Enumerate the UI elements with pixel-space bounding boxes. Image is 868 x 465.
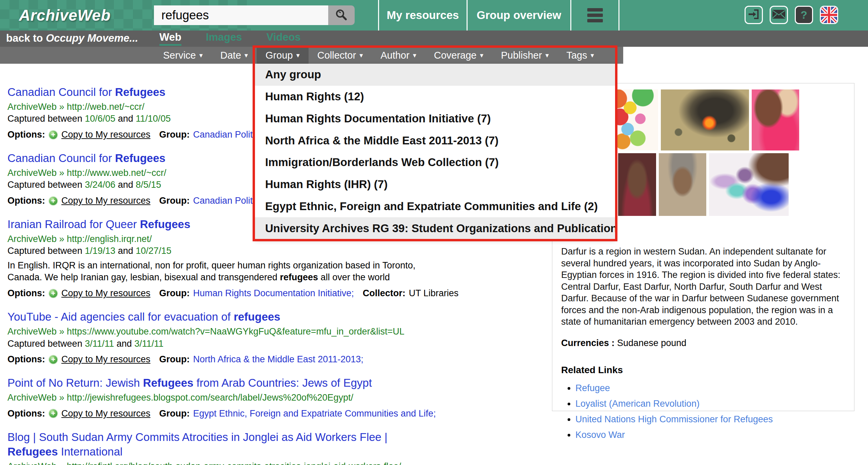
result-title-link[interactable]: YouTube - Aid agencies call for evacuati…	[7, 309, 430, 324]
captured-from-date: 10/6/05	[85, 114, 115, 124]
filter-bar: Service▾Date▾Group▾Collector▾Author▾Cove…	[0, 47, 623, 64]
my-resources-button[interactable]: My resources	[378, 0, 467, 31]
collector-label: Collector:	[363, 288, 406, 299]
search-input[interactable]	[154, 5, 328, 25]
logout-icon	[747, 8, 760, 22]
result-options-line: Options:+Copy to My resourcesGroup:Egypt…	[7, 408, 431, 419]
filter-coverage[interactable]: Coverage▾	[425, 47, 492, 64]
options-label: Options:	[7, 129, 45, 140]
result-source-line: ArchiveWeb » http://jewishrefugees.blogs…	[7, 392, 431, 404]
woman-portrait-image[interactable]	[618, 153, 656, 216]
filter-label: Service	[163, 50, 196, 61]
options-label: Options:	[7, 408, 45, 419]
copy-to-resources-link[interactable]: Copy to My resources	[61, 354, 151, 365]
title-text: Iranian Railroad for Queer	[7, 218, 140, 230]
captured-from-date: 1/19/13	[85, 246, 115, 256]
result-url-link[interactable]: http://english.irqr.net/	[67, 234, 152, 244]
group-dropdown-item[interactable]: Egypt Ethnic, Foreign and Expatriate Com…	[255, 196, 615, 218]
tab-images[interactable]: Images	[206, 31, 242, 46]
archiveweb-logo[interactable]: ArchiveWeb	[19, 0, 111, 31]
group-dropdown-item[interactable]: Human Rights (12)	[255, 86, 615, 108]
group-dropdown-item[interactable]: Human Rights (IHR) (7)	[255, 174, 615, 196]
result-title-link[interactable]: Point of No Return: Jewish Refugees from…	[7, 376, 430, 390]
source-label: ArchiveWeb	[7, 326, 59, 337]
girl-portrait-image[interactable]	[659, 153, 706, 216]
top-header-bar: ArchiveWeb My resources Group overview	[0, 0, 868, 31]
group-link[interactable]: Human Rights Documentation Initiative;	[193, 288, 354, 299]
related-link-item: Kosovo War	[575, 430, 845, 440]
infobox-currencies-line: Currencies : Sudanese pound	[561, 338, 845, 348]
genocide-silhouettes-poster-image[interactable]	[709, 153, 789, 216]
related-link[interactable]: Loyalist (American Revolution)	[575, 399, 699, 409]
result-url-link[interactable]: http://refintl.org/blog/south-sudan-army…	[67, 461, 401, 465]
add-to-resources-icon[interactable]: +	[48, 355, 58, 364]
copy-to-resources-link[interactable]: Copy to My resources	[61, 408, 151, 419]
filter-service[interactable]: Service▾	[154, 47, 212, 64]
menu-button[interactable]	[570, 0, 619, 31]
add-to-resources-icon[interactable]: +	[48, 130, 58, 140]
title-text: from Arab Countries: Jews of Egypt	[193, 377, 372, 389]
result-title-link[interactable]: Blog | South Sudan Army Commits Atrociti…	[7, 430, 430, 459]
related-link-item: United Nations High Commissioner for Ref…	[575, 414, 845, 425]
group-label: Group:	[159, 288, 190, 299]
currencies-label: Currencies :	[561, 338, 615, 348]
group-link[interactable]: Egypt Ethnic, Foreign and Expatriate Com…	[193, 408, 436, 419]
result-url-link[interactable]: http://jewishrefugees.blogspot.com/searc…	[67, 392, 353, 403]
group-label: Group:	[159, 129, 190, 140]
currencies-value: Sudanese pound	[617, 338, 686, 348]
filter-date[interactable]: Date▾	[212, 47, 257, 64]
group-label: Group:	[159, 408, 190, 419]
options-label: Options:	[7, 196, 45, 206]
infobox-paragraph: Darfur is a region in western Sudan. An …	[561, 246, 845, 328]
group-overview-button[interactable]: Group overview	[467, 0, 570, 31]
group-dropdown-item[interactable]: Immigration/Borderlands Web Collection (…	[255, 151, 615, 174]
related-link-item: Loyalist (American Revolution)	[575, 399, 845, 409]
filter-label: Tags	[566, 50, 587, 61]
filter-collector[interactable]: Collector▾	[309, 47, 372, 64]
result-url-link[interactable]: http://www.web.net/~ccr/	[67, 168, 166, 178]
related-link[interactable]: Refugee	[575, 383, 610, 393]
result-url-link[interactable]: http://web.net/~ccr/	[67, 102, 144, 112]
copy-to-resources-link[interactable]: Copy to My resources	[61, 288, 151, 299]
title-text: refugees	[234, 310, 280, 323]
related-links-list: RefugeeLoyalist (American Revolution)Uni…	[561, 383, 845, 440]
copy-to-resources-link[interactable]: Copy to My resources	[61, 196, 151, 206]
related-link[interactable]: Kosovo War	[575, 430, 625, 440]
group-label: Group:	[159, 354, 190, 365]
group-link[interactable]: North Africa & the Middle East 2011-2013…	[193, 354, 363, 365]
add-to-resources-icon[interactable]: +	[48, 196, 58, 206]
injured-child-image[interactable]	[752, 89, 799, 150]
related-link[interactable]: United Nations High Commissioner for Ref…	[575, 414, 773, 424]
source-separator: »	[59, 168, 67, 178]
search-button[interactable]	[328, 5, 355, 25]
filter-group[interactable]: Group▾	[257, 47, 309, 64]
tab-web[interactable]: Web	[159, 31, 181, 46]
contact-button[interactable]	[770, 6, 788, 24]
group-dropdown-item[interactable]: North Africa & the Middle East 2011-2013…	[255, 129, 615, 151]
burning-village-aerial-image[interactable]	[661, 89, 749, 150]
header-icon-group: ?	[745, 6, 838, 24]
captured-to-date: 10/27/15	[136, 246, 171, 256]
group-label: Group:	[159, 196, 190, 206]
source-label: ArchiveWeb	[7, 168, 59, 178]
caret-down-icon: ▾	[359, 51, 363, 59]
filter-label: Date	[220, 50, 241, 61]
filter-tags[interactable]: Tags▾	[557, 47, 603, 64]
tab-videos[interactable]: Videos	[267, 31, 301, 46]
back-to-collection-link[interactable]: back to Occupy Moveme...	[6, 31, 138, 47]
logout-button[interactable]	[745, 6, 763, 24]
language-button[interactable]	[820, 6, 838, 24]
group-dropdown-item[interactable]: Any group	[255, 64, 615, 86]
group-dropdown-item[interactable]: University Archives RG 39: Student Organ…	[255, 217, 615, 239]
add-to-resources-icon[interactable]: +	[48, 409, 58, 418]
search-result: YouTube - Aid agencies call for evacuati…	[7, 309, 431, 365]
add-to-resources-icon[interactable]: +	[48, 289, 58, 298]
help-button[interactable]: ?	[795, 6, 813, 24]
filter-label: Author	[380, 50, 409, 61]
filter-author[interactable]: Author▾	[372, 47, 425, 64]
copy-to-resources-link[interactable]: Copy to My resources	[61, 129, 151, 140]
result-url-link[interactable]: https://www.youtube.com/watch?v=NaaWGYkg…	[67, 326, 405, 337]
filter-publisher[interactable]: Publisher▾	[492, 47, 558, 64]
result-options-line: Options:+Copy to My resourcesGroup:Human…	[7, 288, 431, 299]
group-dropdown-item[interactable]: Human Rights Documentation Initiative (7…	[255, 108, 615, 130]
